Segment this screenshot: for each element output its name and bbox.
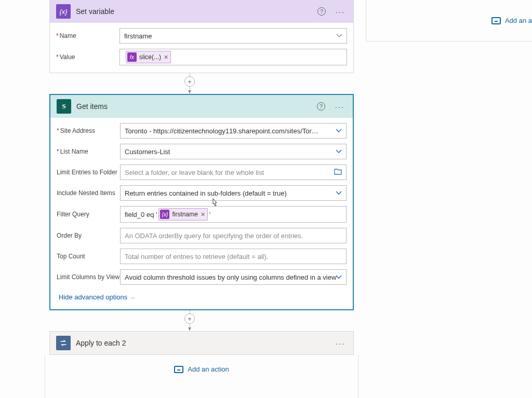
chevron-down-icon (336, 33, 342, 39)
order-by-input[interactable]: An ODATA orderBy query for specifying th… (120, 228, 347, 243)
get-items-header[interactable]: S Get items ? ··· (50, 95, 353, 118)
limit-columns-dropdown[interactable]: Avoid column threshold issues by only us… (120, 269, 347, 285)
get-items-body: *Site Address Toronto - https://citizent… (50, 118, 353, 309)
token-text: slice(...) (139, 53, 161, 61)
flow-canvas: {x} Set variable ? ··· *Name firstname *… (21, 0, 358, 398)
filter-prefix: field_0 eq ' (125, 211, 157, 218)
site-address-value: Toronto - https://citizentechnology119.s… (125, 127, 322, 135)
token-text: firstname (172, 211, 197, 218)
filter-suffix: ' (209, 211, 210, 218)
card-menu-button[interactable]: ··· (334, 5, 347, 18)
help-icon[interactable]: ? (314, 100, 328, 113)
filter-query-input[interactable]: field_0 eq ' {x} firstname ✕ ' (120, 206, 347, 223)
card-menu-button[interactable]: ··· (333, 100, 347, 113)
help-icon[interactable]: ? (315, 5, 328, 18)
add-action-button[interactable]: Add an action (45, 355, 358, 398)
list-name-value: Customers-List (125, 148, 170, 156)
list-name-dropdown[interactable]: Customers-List (120, 144, 347, 159)
order-by-placeholder: An ODATA orderBy query for specifying th… (125, 232, 303, 240)
card-title: Set variable (76, 7, 310, 16)
apply-to-each-card[interactable]: Apply to each 2 ··· (49, 331, 354, 355)
add-action-side-button[interactable]: Add an a (491, 17, 532, 24)
insert-step-button[interactable]: + (184, 76, 195, 87)
limit-columns-value: Avoid column threshold issues by only us… (125, 273, 336, 281)
hide-advanced-link[interactable]: Hide advanced options ︿ (57, 290, 136, 302)
card-title: Get items (76, 102, 309, 111)
arrow-down-icon: ▾ (188, 325, 191, 332)
chevron-down-icon (336, 128, 342, 134)
token-remove-icon[interactable]: ✕ (201, 211, 205, 218)
set-variable-body: *Name firstname *Value fx slice(...) ✕ (50, 23, 353, 73)
chevron-down-icon (336, 190, 342, 196)
chevron-down-icon (336, 274, 342, 280)
field-label: Limit Entries to Folder (57, 169, 120, 176)
token-remove-icon[interactable]: ✕ (164, 54, 168, 61)
fx-icon: fx (127, 52, 137, 62)
variable-token-icon: {x} (160, 210, 169, 219)
variable-icon: {x} (56, 4, 71, 19)
field-label: Filter Query (57, 211, 120, 218)
insert-step-button[interactable]: + (184, 313, 195, 324)
field-label: *Value (56, 53, 119, 61)
set-variable-header[interactable]: {x} Set variable ? ··· (50, 0, 353, 23)
apply-to-each-header[interactable]: Apply to each 2 ··· (50, 332, 353, 354)
variable-token[interactable]: {x} firstname ✕ (158, 208, 207, 221)
field-label: Order By (57, 232, 120, 239)
field-label: *Site Address (57, 127, 120, 134)
expression-token[interactable]: fx slice(...) ✕ (126, 51, 171, 63)
mouse-cursor-icon (210, 198, 218, 208)
get-items-card[interactable]: S Get items ? ··· *Site Address Toronto … (49, 94, 354, 310)
name-value: firstname (124, 32, 152, 40)
sharepoint-icon: S (57, 99, 71, 114)
set-variable-card[interactable]: {x} Set variable ? ··· *Name firstname *… (49, 0, 354, 73)
loop-icon (56, 336, 71, 350)
arrow-down-icon: ▾ (188, 88, 191, 95)
flow-footer: Add an action (45, 355, 358, 398)
field-label: *Name (56, 32, 119, 39)
nested-value: Return entries contained in sub-folders … (125, 189, 287, 197)
name-dropdown[interactable]: firstname (119, 28, 347, 44)
field-label: Include Nested Items (57, 189, 120, 197)
site-address-dropdown[interactable]: Toronto - https://citizentechnology119.s… (120, 123, 347, 139)
add-action-icon (174, 366, 183, 373)
top-count-input[interactable]: Total number of entries to retrieve (def… (120, 249, 347, 264)
top-count-placeholder: Total number of entries to retrieve (def… (125, 253, 268, 260)
add-action-icon (491, 17, 501, 24)
limit-folder-placeholder: Select a folder, or leave blank for the … (125, 169, 264, 176)
field-label: *List Name (57, 148, 120, 155)
connector: + ▾ (21, 310, 358, 331)
field-label: Top Count (57, 253, 120, 260)
chevron-down-icon (336, 148, 342, 155)
value-input[interactable]: fx slice(...) ✕ (119, 49, 347, 65)
limit-folder-input[interactable]: Select a folder, or leave blank for the … (120, 164, 347, 180)
nested-items-dropdown[interactable]: Return entries contained in sub-folders … (120, 185, 347, 201)
connector: + ▾ (21, 73, 358, 94)
chevron-up-icon: ︿ (130, 294, 136, 301)
card-menu-button[interactable]: ··· (334, 336, 347, 350)
folder-icon[interactable] (334, 168, 342, 176)
card-title: Apply to each 2 (76, 339, 328, 347)
side-panel: Add an a (366, 0, 532, 42)
field-label: Limit Columns by View (57, 273, 120, 281)
